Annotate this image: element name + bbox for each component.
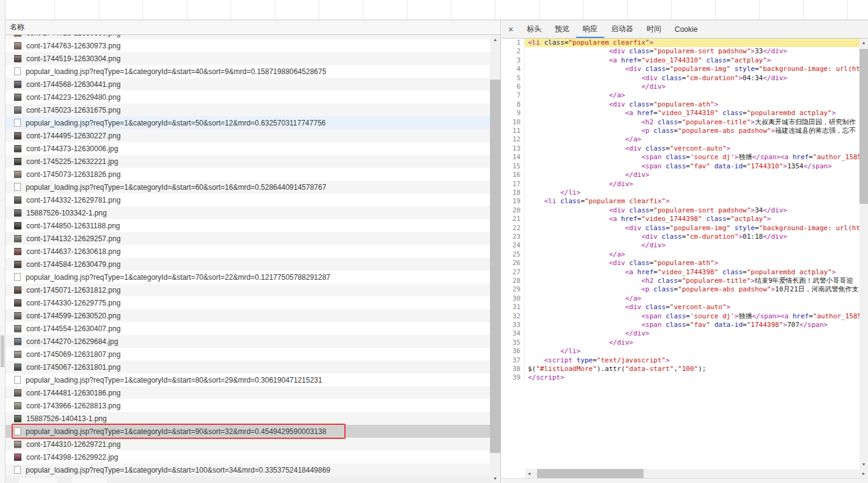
request-row[interactable]: popular_loading.jsp?reqType=1&categoryId… <box>6 65 490 78</box>
line-number: 3 <box>502 56 525 65</box>
request-row-content: cont-1745067-12631801.png <box>6 363 490 372</box>
request-row-content: cont-1744495-12630227.png <box>6 132 490 140</box>
line-number: 37 <box>502 356 525 365</box>
image-thumbnail-icon <box>14 402 21 410</box>
request-row[interactable]: cont-1744554-12630407.png <box>6 322 490 335</box>
request-row[interactable]: cont-1744398-12629922.jpg <box>6 451 490 463</box>
request-row[interactable]: cont-1745073-12631826.png <box>6 168 490 181</box>
request-row[interactable]: cont-1745071-12631812.png <box>6 283 490 296</box>
request-row[interactable]: cont-1744584-12630479.png <box>6 258 490 271</box>
request-list-scrollbar[interactable]: ▲ ▼ <box>490 35 500 483</box>
request-row[interactable]: 15887526-140413-1.png <box>6 412 490 425</box>
document-icon <box>14 119 21 127</box>
image-thumbnail-icon <box>14 222 21 230</box>
request-row[interactable]: cont-1744637-12630618.png <box>6 245 490 258</box>
request-name: cont-1745067-12631801.png <box>26 363 121 372</box>
response-horizontal-scrollbar-thumb[interactable] <box>537 469 644 478</box>
window-left-scrollbar[interactable] <box>0 0 6 483</box>
request-row[interactable]: cont-1744132-12629257.png <box>6 232 490 245</box>
line-number: 24 <box>502 241 525 250</box>
request-row[interactable]: cont-1745067-12631801.png <box>6 361 490 373</box>
request-row[interactable]: cont-1744223-12629480.png <box>6 91 490 103</box>
tab-preview[interactable]: 预览 <box>548 20 576 38</box>
image-thumbnail-icon <box>14 158 21 165</box>
request-row[interactable]: cont-1744568-12630441.png <box>6 78 490 91</box>
tab-cookie[interactable]: Cookie <box>668 20 704 38</box>
image-thumbnail-icon <box>14 299 21 307</box>
code-line: 28 <h2 class="popularem-title">结束9年爱情长跑！… <box>502 277 859 285</box>
response-horizontal-scrollbar[interactable]: ◄ ► <box>525 469 868 478</box>
request-name: cont-1744330-12629775.png <box>26 299 121 307</box>
request-row[interactable]: cont-1744725-12630690.png <box>6 35 490 39</box>
request-row[interactable]: popular_loading.jsp?reqType=1&categoryId… <box>6 181 490 193</box>
request-row[interactable]: popular_loading.jsp?reqType=1&categoryId… <box>6 271 490 283</box>
response-code-viewer[interactable]: 1<li class="popularem clearfix">2 <div c… <box>502 39 859 469</box>
scroll-down-icon[interactable]: ▼ <box>859 460 868 469</box>
code-line: 33 <span class="fav" data-id="1744398">7… <box>502 321 859 329</box>
request-row[interactable]: popular_loading.jsp?reqType=1&categoryId… <box>6 463 490 476</box>
request-detail-pane: × 标头预览响应启动器时间Cookie 1<li class="populare… <box>502 20 868 483</box>
code-text: <a href="video_1744310" class="popularem… <box>525 109 859 118</box>
image-thumbnail-icon <box>14 441 21 448</box>
request-row[interactable]: popular_loading.jsp?reqType=1&categoryId… <box>6 373 490 386</box>
request-row[interactable]: cont-1744270-12629684.jpg <box>6 335 490 348</box>
image-thumbnail-icon <box>14 364 21 371</box>
code-line: 25 </a> <box>502 250 859 259</box>
response-vertical-scrollbar-thumb[interactable] <box>859 49 868 204</box>
code-text: <span class='source dj'>独播</span><a href… <box>525 312 859 321</box>
tab-response[interactable]: 响应 <box>576 20 604 38</box>
request-row-content: cont-1745225-12632221.jpg <box>6 157 490 166</box>
line-number: 30 <box>502 294 525 303</box>
tab-timing[interactable]: 时间 <box>640 20 668 38</box>
scroll-up-icon[interactable]: ▲ <box>490 35 500 44</box>
request-row[interactable]: cont-1744519-12630304.png <box>6 52 490 65</box>
request-row-content: cont-1744568-12630441.png <box>6 80 490 89</box>
request-name: cont-1744637-12630618.png <box>26 247 121 256</box>
code-line: 4 <div class="popularem-img" style="back… <box>502 65 859 73</box>
document-icon <box>14 376 21 384</box>
request-row[interactable]: cont-1744481-12630186.png <box>6 386 490 399</box>
request-row[interactable]: popular_loading.jsp?reqType=1&categoryId… <box>6 116 490 129</box>
scroll-down-icon[interactable]: ▼ <box>490 474 500 483</box>
tab-initiator[interactable]: 启动器 <box>604 20 640 38</box>
request-row[interactable]: cont-1744332-12629781.png <box>6 193 490 206</box>
request-row[interactable]: cont-1744310-12629721.png <box>6 438 490 451</box>
request-row[interactable]: 15887526-103342-1.png <box>6 206 490 219</box>
request-list[interactable]: cont-1744725-12630690.pngcont-1744763-12… <box>6 35 490 483</box>
request-row[interactable]: cont-1745069-12631807.png <box>6 348 490 361</box>
request-list-scrollbar-thumb[interactable] <box>490 80 500 453</box>
request-row[interactable]: cont-1743966-12628813.png <box>6 399 490 412</box>
name-column-header[interactable]: 名称 <box>6 20 500 35</box>
request-row[interactable]: cont-1744495-12630227.png <box>6 129 490 142</box>
scroll-right-icon[interactable]: ► <box>859 469 868 478</box>
request-row[interactable]: popular_loading.jsp?reqType=1&categoryId… <box>6 425 490 438</box>
code-line: 36 </li> <box>502 347 859 356</box>
close-icon[interactable]: × <box>502 20 520 38</box>
code-text: </div> <box>525 83 859 91</box>
request-row[interactable]: cont-1744599-12630520.png <box>6 309 490 322</box>
scroll-left-icon[interactable]: ◄ <box>525 469 533 478</box>
detail-pane-bottom-strip <box>502 478 868 483</box>
code-text: <span class="fav" data-id="1744310">1354… <box>525 162 859 171</box>
request-row[interactable]: cont-1744850-12631188.png <box>6 219 490 232</box>
network-overview-timeline[interactable] <box>6 0 868 20</box>
window-left-scrollbar-thumb[interactable] <box>1 335 4 367</box>
response-vertical-scrollbar[interactable]: ▲ ▼ <box>859 39 868 469</box>
code-text: <span class='source dj'>独播</span><a href… <box>525 153 859 162</box>
request-row[interactable]: cont-1745023-12631675.png <box>6 103 490 116</box>
request-row-content: cont-1744637-12630618.png <box>6 247 490 256</box>
request-row[interactable]: cont-1744330-12629775.png <box>6 296 490 309</box>
request-name: popular_loading.jsp?reqType=1&categoryId… <box>26 119 325 127</box>
code-text: <h2 class="popularem-title">结束9年爱情长跑！武警小… <box>525 277 859 285</box>
line-number: 18 <box>502 189 525 197</box>
tab-headers[interactable]: 标头 <box>520 20 548 38</box>
request-row-content: popular_loading.jsp?reqType=1&categoryId… <box>6 67 490 76</box>
image-thumbnail-icon <box>14 42 21 50</box>
request-row[interactable]: cont-1744763-12630973.png <box>6 39 490 52</box>
line-number: 10 <box>502 118 525 127</box>
request-row[interactable]: cont-1745225-12632221.jpg <box>6 155 490 168</box>
scroll-up-icon[interactable]: ▲ <box>859 39 868 47</box>
request-row[interactable]: cont-1744373-12630006.jpg <box>6 142 490 155</box>
line-number: 39 <box>502 373 525 382</box>
code-text: <li class="popularem clearfix"> <box>525 197 859 206</box>
